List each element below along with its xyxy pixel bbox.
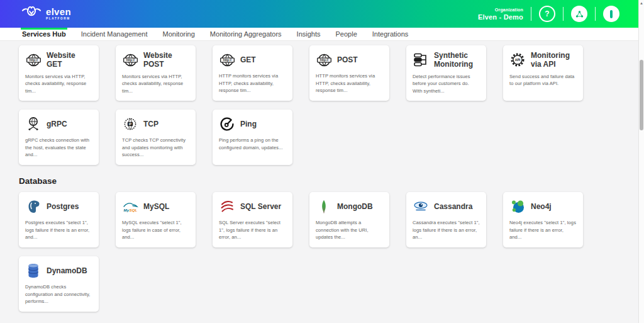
share-network-icon[interactable] [571,6,587,22]
card-header: API Monitoring via API [509,51,577,69]
scroll-up-icon[interactable]: ▲ [639,1,644,6]
tab-incident-management[interactable]: Incident Management [81,28,148,40]
user-initial-icon[interactable] [603,6,619,22]
card-title: Monitoring via API [531,51,577,69]
card-header: Ping [219,115,286,133]
card-header: SQL Server [219,198,286,215]
scrollbar-thumb[interactable] [640,60,643,130]
elven-bird-icon [21,5,42,23]
http-globe-icon: http:// [25,52,42,68]
sqlserver-icon [219,198,235,215]
tab-label: Integrations [372,30,408,38]
card-title: DynamoDB [47,266,87,275]
service-card-neo4j[interactable]: Neo4j Neo4j executes "select 1", logs fa… [503,192,583,247]
card-title: Website POST [143,51,189,69]
service-card-synthetic-monitoring[interactable]: Synthetic Monitoring Detect performance … [406,45,486,101]
card-description: Cassandra executes "select 1", logs fail… [413,219,480,241]
organization-label: Organization [478,8,523,12]
card-description: gRPC checks connection with the host, ev… [25,137,92,159]
card-description: Send success and failure data to our pla… [509,73,577,88]
brand-logo[interactable]: elven PLATFORM [21,5,71,23]
database-grid: Postgres Postgres executes "select 1", l… [19,192,638,312]
card-title: Postgres [47,202,79,211]
card-description: MongoDB attempts a connection with the U… [316,219,383,241]
mysql-icon: My SQL [122,198,138,215]
card-description: Ping performs a ping on the configured d… [219,137,286,151]
tab-label: Monitoring Aggregators [210,30,282,38]
card-header: http:// Website POST [122,51,189,69]
card-title: Synthetic Monitoring [434,51,480,69]
card-header: IP TCP [122,115,189,133]
card-description: MySQL executes "select 1", logs failure … [122,219,189,241]
svg-text:http://: http:// [29,59,38,62]
tab-services-hub[interactable]: Services Hub [22,28,66,40]
main-nav: Services Hub Incident Management Monitor… [0,28,638,41]
header-divider [595,7,596,21]
card-header: Neo4j [509,198,577,215]
card-header: DynamoDB [25,262,92,280]
tab-people[interactable]: People [336,28,357,40]
main-column: elven PLATFORM Organization Elven - Demo… [0,0,638,323]
tab-monitoring-aggregators[interactable]: Monitoring Aggregators [210,28,282,40]
card-description: DynamoDB checks configuration and connec… [25,283,92,305]
card-header: Postgres [25,198,92,215]
card-title: Neo4j [531,202,552,211]
postgres-icon [25,198,42,215]
brand-text: elven PLATFORM [46,7,71,21]
brand-tagline: PLATFORM [46,18,71,21]
card-title: MySQL [143,202,169,211]
card-description: HTTP monitors services via HTTP, checks … [219,72,286,94]
service-card-dynamodb[interactable]: DynamoDB DynamoDB checks configuration a… [19,256,99,312]
service-card-grpc[interactable]: gRPC gRPC checks connection with the hos… [19,110,99,165]
service-card-monitoring-via-api[interactable]: API Monitoring via API Send success and … [503,45,583,101]
card-header: gRPC [25,115,92,133]
svg-text:http://: http:// [126,59,135,62]
help-icon[interactable]: ? [539,6,555,22]
service-card-sql-server[interactable]: SQL Server SQL Server executes "select 1… [213,192,292,247]
header-actions: Organization Elven - Demo ? [478,6,619,22]
tab-label: Insights [297,30,321,38]
card-header: http:// POST [316,51,383,69]
service-card-mongodb[interactable]: MongoDB MongoDB attempts a connection wi… [309,192,389,247]
card-description: Detect performance issues before your cu… [413,73,480,95]
http-globe-icon: http:// [122,52,138,68]
grpc-globe-icon [25,116,42,132]
service-card-postgres[interactable]: Postgres Postgres executes "select 1", l… [19,192,99,247]
http-globe-icon: http:// [316,52,332,68]
api-gear-icon: API [509,52,526,68]
card-description: SQL Server executes "select 1", logs fai… [219,219,286,241]
content-area: http:// Website GET Monitors services vi… [0,41,638,323]
card-description: Monitors services via HTTP, checks avail… [122,73,189,95]
tab-label: Incident Management [81,30,148,38]
service-card-get[interactable]: http:// GET HTTP monitors services via H… [213,45,292,101]
service-card-website-get[interactable]: http:// Website GET Monitors services vi… [19,45,99,101]
app-header: elven PLATFORM Organization Elven - Demo… [0,0,638,28]
organization-selector[interactable]: Organization Elven - Demo [478,8,523,21]
card-header: MongoDB [316,198,383,215]
tab-label: Services Hub [22,30,66,38]
tab-label: Monitoring [163,30,195,38]
header-divider [563,7,564,21]
user-bar-glyph [610,10,613,18]
tcp-globe-icon: IP [122,116,138,132]
card-header: My SQL MySQL [122,198,189,215]
service-card-tcp[interactable]: IP TCP TCP checks TCP connectivity and u… [116,110,196,165]
service-card-post[interactable]: http:// POST HTTP monitors services via … [309,45,389,101]
scrollbar-track[interactable]: ▲ [638,0,644,323]
tab-monitoring[interactable]: Monitoring [163,28,195,40]
service-card-cassandra[interactable]: Cassandra Cassandra executes "select 1",… [406,192,486,247]
tab-label: People [336,30,357,38]
svg-text:http://: http:// [223,59,231,62]
tab-insights[interactable]: Insights [297,28,321,40]
card-title: Website GET [47,51,92,69]
dynamodb-icon [25,263,42,279]
service-card-mysql[interactable]: My SQL MySQL MySQL executes "select 1", … [116,192,196,247]
card-description: Monitors services via HTTP, checks avail… [25,73,92,95]
card-title: MongoDB [337,202,373,211]
card-title: TCP [143,120,158,128]
organization-name: Elven - Demo [478,13,523,21]
card-title: Cassandra [434,202,472,211]
service-card-ping[interactable]: Ping Ping performs a ping on the configu… [213,110,292,165]
service-card-website-post[interactable]: http:// Website POST Monitors services v… [116,45,196,101]
tab-integrations[interactable]: Integrations [372,28,408,40]
